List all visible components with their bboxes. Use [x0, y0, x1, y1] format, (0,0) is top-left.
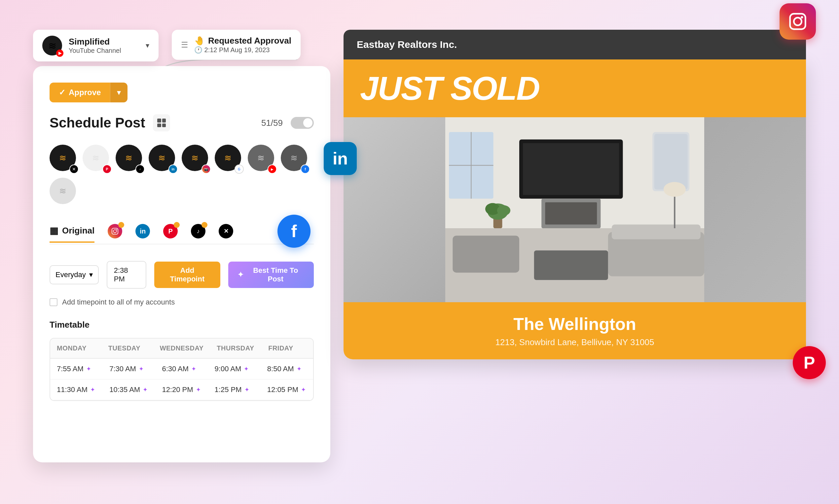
star-icon: ✦ — [196, 386, 201, 393]
approve-button[interactable]: ✓ Approve — [50, 83, 110, 102]
th-monday: MONDAY — [50, 339, 102, 358]
avatar-google[interactable]: ≋ G — [215, 145, 245, 174]
youtube-badge2: ▶ — [268, 164, 277, 174]
td-mon-2: 11:30 AM ✦ — [50, 379, 103, 400]
instagram-dot — [118, 222, 124, 228]
avatar-x[interactable]: ≋ ✕ — [50, 145, 79, 174]
original-icon: ▦ — [50, 225, 58, 236]
star-icon: ✦ — [297, 365, 302, 373]
grid-view-button[interactable] — [153, 114, 170, 131]
approve-dropdown-button[interactable]: ▾ — [110, 83, 127, 102]
clock-icon: 🕐 — [194, 46, 202, 54]
svg-rect-0 — [112, 228, 118, 234]
th-wednesday: WEDNESDAY — [153, 339, 210, 358]
checkbox-label: Add timepoint to all of my accounts — [62, 298, 175, 306]
td-tue-1: 7:30 AM ✦ — [103, 359, 155, 379]
frequency-select[interactable]: Everyday ▾ — [50, 265, 99, 284]
svg-rect-3 — [790, 14, 806, 30]
linkedin-floating-icon: in — [324, 142, 357, 175]
svg-point-23 — [664, 182, 686, 197]
channel-selector[interactable]: ≋ ▶ Simplified YouTube Channel ▾ — [33, 30, 159, 61]
table-row: 11:30 AM ✦ 10:35 AM ✦ 12:20 PM ✦ 1:25 PM… — [50, 379, 313, 400]
td-thu-2: 1:25 PM ✦ — [208, 379, 261, 400]
channel-info: Simplified YouTube Channel — [69, 37, 139, 54]
svg-point-4 — [794, 18, 801, 25]
svg-rect-16 — [534, 250, 608, 280]
td-wed-1: 6:30 AM ✦ — [155, 359, 208, 379]
th-thursday: THURSDAY — [210, 339, 262, 358]
star-icon: ✦ — [143, 386, 148, 393]
timetable-header: MONDAY TUESDAY WEDNESDAY THURSDAY FRIDAY — [50, 339, 313, 359]
pinterest-badge: P — [102, 164, 112, 174]
timetable-body: 7:55 AM ✦ 7:30 AM ✦ 6:30 AM ✦ 9:00 AM ✦ — [50, 359, 313, 400]
td-tue-2: 10:35 AM ✦ — [103, 379, 155, 400]
hand-icon: 🤚 — [194, 36, 205, 46]
svg-point-27 — [497, 205, 510, 216]
main-container: ≋ ▶ Simplified YouTube Channel ▾ ☰ 🤚 Req… — [33, 20, 806, 484]
star-icon: ✦ — [301, 386, 306, 393]
tab-instagram[interactable] — [108, 224, 122, 244]
tab-original[interactable]: ▦ Original — [50, 225, 94, 243]
toggle-switch[interactable] — [291, 117, 314, 129]
facebook-badge: f — [301, 164, 310, 174]
avatar-pinterest[interactable]: ≋ P — [83, 145, 112, 174]
pinterest-dot — [174, 222, 180, 228]
facebook-floating-icon: f — [278, 215, 310, 248]
channel-logo: ≋ — [48, 40, 56, 52]
grid-icon — [157, 119, 166, 127]
tab-x[interactable]: ✕ — [219, 224, 233, 244]
svg-rect-12 — [545, 202, 597, 224]
svg-point-2 — [116, 229, 117, 230]
all-accounts-checkbox[interactable] — [50, 298, 57, 306]
avatar-tiktok[interactable]: ≋ ♪ — [115, 145, 145, 174]
x-badge: ✕ — [69, 164, 78, 174]
channel-name: Simplified — [69, 37, 139, 47]
avatar-instagram[interactable]: ≋ 📷 — [182, 145, 211, 174]
tab-tiktok[interactable]: ♪ — [191, 224, 206, 244]
property-address: 1213, Snowbird Lane, Bellivue, NY 31005 — [360, 337, 789, 347]
add-timepoint-button[interactable]: Add Timepoint — [154, 262, 220, 288]
approval-badge: ☰ 🤚 Requested Approval 🕐 2:12 PM Aug 19,… — [172, 30, 301, 60]
tab-pinterest[interactable]: P — [163, 224, 178, 244]
property-card: JUST SOLD — [343, 59, 806, 359]
td-mon-1: 7:55 AM ✦ — [50, 359, 103, 379]
right-panel: in Eastbay Realtors Inc. JUST SOLD — [343, 30, 806, 359]
linkedin-tab-icon: in — [136, 224, 150, 238]
star-icon: ✦ — [244, 365, 249, 373]
property-image — [343, 117, 806, 302]
td-wed-2: 12:20 PM ✦ — [155, 379, 208, 400]
star-icon: ✦ — [139, 365, 144, 373]
tab-linkedin[interactable]: in — [136, 224, 150, 244]
approval-title: 🤚 Requested Approval — [194, 36, 291, 46]
just-sold-banner: JUST SOLD — [343, 59, 806, 117]
td-fri-1: 8:50 AM ✦ — [261, 359, 313, 379]
timetable: MONDAY TUESDAY WEDNESDAY THURSDAY FRIDAY… — [50, 338, 314, 401]
instagram-header: Eastbay Realtors Inc. — [343, 30, 806, 59]
property-info-bar: The Wellington 1213, Snowbird Lane, Bell… — [343, 302, 806, 359]
best-time-button[interactable]: ✦ Best Time To Post — [228, 262, 314, 288]
timetable-label: Timetable — [50, 320, 314, 330]
google-badge: G — [234, 164, 244, 174]
property-title: The Wellington — [360, 314, 789, 334]
svg-rect-10 — [523, 143, 619, 195]
tab-row: ▦ Original in P ♪ ✕ — [50, 224, 314, 245]
svg-rect-15 — [452, 235, 519, 272]
approve-button-group[interactable]: ✓ Approve ▾ — [50, 83, 314, 102]
approval-time: 🕐 2:12 PM Aug 19, 2023 — [194, 46, 291, 54]
tiktok-badge: ♪ — [136, 164, 145, 174]
avatar-linkedin[interactable]: ≋ in — [149, 145, 178, 174]
just-sold-text: JUST SOLD — [360, 69, 789, 107]
instagram-floating-icon — [780, 3, 816, 40]
avatar-facebook[interactable]: ≋ f — [281, 145, 310, 174]
pinterest-floating-icon: P — [793, 346, 826, 379]
svg-point-5 — [801, 16, 803, 18]
avatar-misc[interactable]: ≋ — [50, 178, 79, 208]
star-icon: ✦ — [90, 386, 95, 393]
svg-point-1 — [114, 230, 117, 233]
youtube-badge: ▶ — [56, 50, 64, 57]
chevron-down-icon[interactable]: ▾ — [146, 41, 149, 50]
time-input[interactable]: 2:38 PM — [107, 261, 146, 289]
th-tuesday: TUESDAY — [102, 339, 153, 358]
avatar-youtube[interactable]: ≋ ▶ — [248, 145, 278, 174]
td-fri-2: 12:05 PM ✦ — [261, 379, 313, 400]
